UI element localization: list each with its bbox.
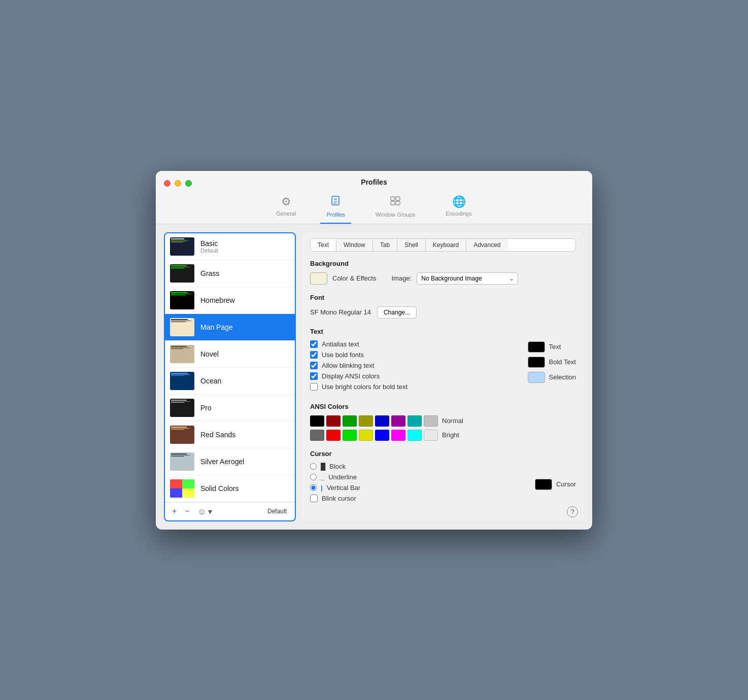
cursor-block-radio[interactable]	[310, 463, 317, 470]
ansi-bright-1[interactable]	[326, 430, 341, 441]
traffic-lights	[164, 180, 192, 187]
image-select-wrapper: No Background Image	[417, 272, 518, 285]
profile-item-redsands[interactable]: Red Sands	[165, 422, 295, 448]
profile-thumb-redsands	[170, 426, 194, 444]
ansi-bright-3[interactable]	[359, 430, 373, 441]
svg-rect-1	[334, 198, 337, 200]
tab-bar: Text Window Tab Shell Keyboard Advanced	[310, 238, 576, 252]
blink-cursor-label[interactable]: Blink cursor	[322, 495, 356, 502]
ansi-normal-4[interactable]	[375, 415, 389, 427]
selection-color-swatch[interactable]	[528, 372, 545, 383]
blink-cursor-checkbox[interactable]	[310, 495, 318, 502]
toolbar-encodings[interactable]: 🌐 Encodings	[439, 192, 478, 224]
ansi-normal-6[interactable]	[407, 415, 422, 427]
image-select[interactable]: No Background Image	[417, 272, 518, 285]
profile-item-silveraerogel[interactable]: Silver Aerogel	[165, 448, 295, 475]
gear-icon: ⚙	[281, 195, 291, 208]
profile-name-manpage: Man Page	[200, 323, 233, 331]
blink-cursor-row: Blink cursor	[310, 495, 515, 502]
tab-window[interactable]: Window	[336, 239, 373, 251]
ansi-bright-5[interactable]	[391, 430, 405, 441]
ansi-bright-2[interactable]	[343, 430, 357, 441]
add-profile-button[interactable]: +	[169, 506, 180, 517]
ansi-bright-0[interactable]	[310, 430, 324, 441]
text-section-inner: Antialias text Use bold fonts Allow blin…	[310, 340, 576, 394]
actions-button[interactable]: ☺ ▾	[195, 506, 216, 517]
cursor-underline-label[interactable]: Underline	[328, 473, 357, 481]
selection-color-row: Selection	[528, 372, 576, 383]
ansi-bright-row: Bright	[310, 430, 576, 441]
profile-thumb-solidcolors	[170, 479, 194, 498]
default-button[interactable]: Default	[263, 506, 291, 516]
background-section: Background Color & Effects Image: No Bac…	[310, 260, 576, 285]
profile-item-grass[interactable]: Grass	[165, 260, 295, 287]
svg-rect-7	[396, 201, 400, 205]
ansi-bright-7[interactable]	[424, 430, 438, 441]
blinking-label[interactable]: Allow blinking text	[322, 362, 374, 369]
close-button[interactable]	[164, 180, 171, 187]
ansi-normal-0[interactable]	[310, 415, 324, 427]
tab-advanced[interactable]: Advanced	[466, 239, 507, 251]
tab-text[interactable]: Text	[311, 239, 336, 251]
ansi-normal-5[interactable]	[391, 415, 405, 427]
profile-thumb-basic	[170, 237, 194, 256]
antialias-checkbox[interactable]	[310, 340, 318, 348]
profile-item-ocean[interactable]: Ocean	[165, 368, 295, 395]
bold-text-color-swatch[interactable]	[528, 357, 545, 368]
toolbar-profiles[interactable]: Profiles	[320, 192, 351, 224]
ansi-bright-6[interactable]	[407, 430, 422, 441]
ansi-bright-label: Bright	[442, 431, 459, 439]
cursor-block-label[interactable]: Block	[329, 463, 346, 470]
tab-shell[interactable]: Shell	[397, 239, 426, 251]
font-section: Font SF Mono Regular 14 Change...	[310, 294, 576, 319]
encodings-icon: 🌐	[452, 195, 466, 208]
profile-thumb-ocean	[170, 372, 194, 390]
change-font-button[interactable]: Change...	[377, 306, 417, 319]
toolbar-window-groups-label: Window Groups	[376, 212, 415, 218]
window-groups-icon	[390, 195, 401, 209]
ansi-normal-row: Normal	[310, 415, 576, 427]
ansi-normal-2[interactable]	[343, 415, 357, 427]
minimize-button[interactable]	[175, 180, 181, 187]
bright-bold-checkbox[interactable]	[310, 383, 318, 391]
ansi-normal-1[interactable]	[326, 415, 341, 427]
profile-name-homebrew: Homebrew	[200, 296, 235, 304]
toolbar-window-groups[interactable]: Window Groups	[369, 192, 421, 224]
cursor-underline-radio[interactable]	[310, 474, 317, 480]
tab-tab[interactable]: Tab	[373, 239, 397, 251]
help-button[interactable]: ?	[567, 506, 578, 517]
color-effects-label: Color & Effects	[332, 274, 376, 282]
fullscreen-button[interactable]	[185, 180, 192, 187]
font-title: Font	[310, 294, 576, 301]
cursor-color-swatch[interactable]	[535, 479, 552, 490]
cursor-vbar-radio[interactable]	[310, 484, 317, 491]
ansi-label[interactable]: Display ANSI colors	[322, 372, 380, 380]
profile-item-basic[interactable]: Basic Default	[165, 233, 295, 260]
content-area: Basic Default Grass	[156, 224, 592, 530]
profile-item-pro[interactable]: Pro	[165, 395, 295, 422]
profile-item-homebrew[interactable]: Homebrew	[165, 287, 295, 314]
ansi-bright-4[interactable]	[375, 430, 389, 441]
cursor-vbar-label[interactable]: Vertical Bar	[327, 484, 360, 492]
profile-thumb-grass	[170, 264, 194, 283]
blinking-checkbox[interactable]	[310, 362, 318, 369]
svg-rect-4	[391, 197, 395, 200]
ansi-checkbox[interactable]	[310, 372, 318, 380]
profile-item-manpage[interactable]: Man Page	[165, 314, 295, 341]
font-name: SF Mono Regular 14	[310, 308, 371, 316]
bold-fonts-checkbox[interactable]	[310, 351, 318, 359]
ansi-normal-3[interactable]	[359, 415, 373, 427]
background-color-swatch[interactable]	[310, 272, 327, 285]
ansi-grid: Normal Bright	[310, 415, 576, 441]
bright-bold-label[interactable]: Use bright colors for bold text	[322, 383, 407, 391]
toolbar-general[interactable]: ⚙ General	[270, 192, 302, 224]
block-icon: █	[321, 463, 325, 470]
ansi-normal-7[interactable]	[424, 415, 438, 427]
profile-item-novel[interactable]: Novel	[165, 341, 295, 368]
profile-item-solidcolors[interactable]: Solid Colors	[165, 475, 295, 502]
antialias-label[interactable]: Antialias text	[322, 340, 359, 348]
bold-fonts-label[interactable]: Use bold fonts	[322, 351, 364, 359]
remove-profile-button[interactable]: −	[182, 506, 192, 517]
text-color-swatch[interactable]	[528, 341, 545, 353]
tab-keyboard[interactable]: Keyboard	[426, 239, 466, 251]
